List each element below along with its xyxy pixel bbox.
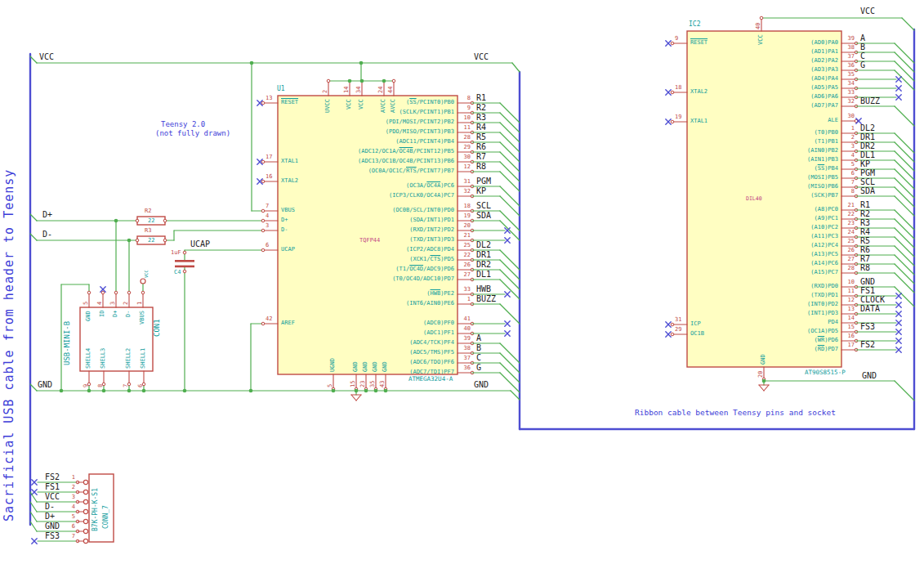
ribbon-cable-note: Ribbon cable between Teensy pins and soc…: [635, 409, 836, 417]
u1-pin-7-name: VBUS: [281, 208, 295, 213]
u1-pin-9-number: 9: [467, 105, 471, 111]
net-label-R4: R4: [860, 228, 870, 237]
vcc-flag-label: VCC: [145, 270, 150, 278]
net-label-R3: R3: [860, 219, 870, 228]
net-label-GND: GND: [38, 381, 52, 390]
net-label-DL1: DL1: [476, 271, 491, 280]
junction-dot: [364, 389, 368, 393]
ic2-pin-18-number: 18: [675, 85, 681, 91]
junction-dot: [762, 379, 766, 383]
u1-pin-1-number: 1: [467, 297, 471, 302]
ic2-pin-30-number: 30: [848, 114, 855, 119]
net-label-B: B: [476, 344, 481, 353]
net-label-GND: GND: [45, 522, 60, 531]
net-label-DR2: DR2: [476, 261, 491, 270]
net-label-B: B: [860, 43, 865, 52]
wire: [500, 260, 520, 280]
net-label-R8: R8: [860, 264, 870, 273]
ic2-pin-40-number: 40: [756, 23, 761, 29]
conn7-pin-circle: [83, 539, 87, 543]
pin-end: [261, 160, 265, 163]
u1-pin-44-name: AVCC: [391, 99, 396, 113]
ic2-pin-29-number: 29: [675, 327, 681, 333]
wire: [895, 106, 914, 126]
net-label-FS2: FS2: [860, 341, 875, 350]
u1-pin-14-number: 14: [344, 87, 350, 93]
u1-pin-10-number: 10: [464, 115, 471, 121]
conn7-pin-1-number: 1: [72, 475, 75, 481]
u1-pin-33-name: (HWB)PE2: [426, 291, 454, 297]
u1-pin-28-number: 28: [464, 135, 471, 141]
ic2-pin-7-name: (MISO)PB6: [807, 184, 838, 190]
c4-symbol[interactable]: [175, 260, 194, 262]
net-label-BUZZ: BUZZ: [476, 295, 496, 304]
ic2-pin-27-name: (A14)PC6: [810, 261, 838, 266]
u1-pin-3-name: D-: [281, 227, 288, 233]
u1-pin-34-name: VCC: [359, 99, 364, 110]
con1-ref: CON1: [154, 319, 161, 337]
ic2-pin-40-name: VCC: [758, 34, 764, 45]
u1-pin-12-name: (OC0A/OC1C/RTS/PCINT7)PB7: [368, 168, 454, 174]
u1-pin-31-name: (OC3A/OC4A)PC6: [406, 183, 454, 189]
con1-pin-2-name: D-: [126, 311, 132, 317]
ic2-pin-19-name: XTAL1: [690, 119, 708, 124]
wire: [895, 381, 914, 401]
pin-end: [671, 333, 674, 336]
u1-pin-25-name: (ICP2/ADC8)PD4: [406, 247, 454, 253]
ic2-pin-34-name: (AD5)PA5: [810, 85, 838, 91]
ic2-pin-38-number: 38: [848, 45, 855, 51]
ic2-pin-16-number: 16: [848, 333, 855, 339]
u1-pin-2-number: 2: [323, 90, 328, 93]
gnd-symbol: [351, 395, 356, 401]
junction-dot: [348, 79, 352, 83]
conn7-pin-3-number: 3: [72, 495, 75, 500]
con1-pin-6-name: SHELL1: [141, 348, 146, 369]
wire: [500, 103, 520, 123]
u1-pin-43-name: GND: [382, 361, 388, 372]
ic2-pin-15-name: (OC1A)PD5: [807, 329, 838, 334]
u1-pin-31-number: 31: [464, 179, 471, 185]
u1-pin-7-number: 7: [266, 204, 269, 209]
u1-pin-15-name: GND: [353, 361, 359, 372]
ic2-pin-3-number: 3: [851, 144, 855, 150]
pin-end: [261, 229, 265, 232]
net-label-FS1: FS1: [860, 287, 875, 296]
u1-pin-38-name: (ADC5/TMS)PF5: [409, 350, 454, 356]
u1-pin-20-number: 20: [464, 223, 471, 229]
con1-pin-7-name: SHELL2: [126, 348, 132, 369]
con1-pin-9-number: 9: [83, 384, 89, 387]
u1-pin-8-name: (SS/PCINT0)PB0: [406, 100, 454, 105]
wire: [500, 162, 520, 181]
ic2-pin-2-name: (T1)PB1: [815, 139, 839, 145]
wire: [895, 228, 914, 248]
net-label-R5: R5: [860, 237, 870, 246]
ic2-pin-28-name: (A15)PC7: [810, 270, 838, 275]
junction-dot: [360, 79, 364, 83]
u1-package: TQFP44: [359, 238, 380, 244]
ic2-pin-11-number: 11: [848, 289, 855, 294]
ic2-pin-33-name: (AD6)PA6: [810, 94, 838, 100]
net-label-C: C: [860, 52, 865, 61]
con1-pin-3-name: D+: [113, 311, 118, 317]
ic2-pin-35-name: (AD4)PA4: [810, 76, 838, 82]
u1-pin-35-name: GND: [373, 361, 378, 372]
u1-pin-27-name: (T0/OC4D/ADC10)PD7: [392, 276, 454, 282]
ic2-pin-13-name: (INT1)PD3: [807, 311, 838, 316]
net-label-SCL: SCL: [860, 178, 875, 187]
u1-pin-36-number: 36: [464, 365, 471, 371]
u1-pin-33-number: 33: [464, 287, 471, 293]
ic2-pin-20-number: 20: [758, 371, 764, 378]
conn7-pin-circle: [83, 529, 87, 533]
ic2-pin-22-number: 22: [848, 212, 855, 217]
conn7-pin-circle: [83, 490, 87, 494]
net-label-R7: R7: [860, 255, 870, 264]
c4-symbol[interactable]: [175, 266, 194, 268]
ic2-pin-2-number: 2: [851, 135, 855, 141]
wire: [895, 178, 914, 198]
u1-pin-24-name: AVCC: [381, 99, 386, 113]
net-label-R1: R1: [860, 201, 870, 210]
u1-pin-13-name: RESET: [281, 100, 298, 105]
wire: [500, 363, 520, 383]
ic2-pin-37-name: (AD2)PA2: [810, 58, 838, 64]
u1-ref: U1: [277, 86, 285, 92]
